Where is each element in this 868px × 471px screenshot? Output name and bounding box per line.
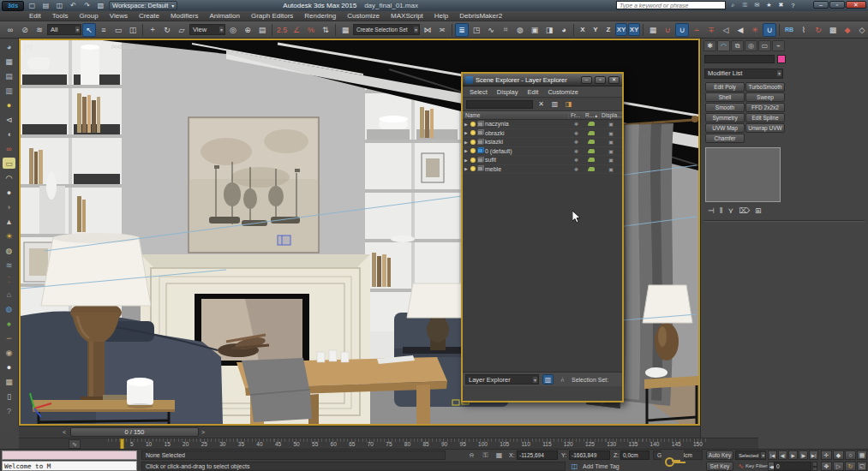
expand-icon[interactable]: ▶ <box>464 140 469 145</box>
wireframe-color-swatch[interactable] <box>777 55 786 63</box>
visibility-bulb-icon[interactable] <box>470 166 476 171</box>
frame-spinner[interactable] <box>812 462 817 471</box>
save-file-icon[interactable]: ◫ <box>54 1 65 10</box>
favorites-icon[interactable]: ★ <box>764 1 774 9</box>
render-setup-icon[interactable]: ▣ <box>528 23 542 37</box>
window-crossing-icon[interactable]: ◫ <box>126 23 140 37</box>
play-icon[interactable]: ▶ <box>788 450 798 460</box>
menu-item[interactable]: Rendering <box>304 12 336 20</box>
pan-hand-icon[interactable]: ✥ <box>821 462 832 471</box>
visibility-bulb-icon[interactable] <box>470 140 476 145</box>
expand-icon[interactable]: ▶ <box>464 166 469 171</box>
show-end-result-icon[interactable]: ‖ <box>720 206 723 215</box>
curve-editor-icon[interactable]: ∿ <box>484 23 498 37</box>
ragdoll-icon[interactable]: ⌇ <box>797 23 811 37</box>
axis-y-button[interactable]: Y <box>590 23 602 36</box>
frozen-snap-icon[interactable]: ✳ <box>748 23 762 37</box>
display-icon[interactable]: ▣ <box>600 166 622 172</box>
schematic-view-icon[interactable]: ⌗ <box>499 23 512 37</box>
selection-filter-dropdown[interactable]: All▾ <box>47 24 81 35</box>
box-primitive-icon[interactable]: ▭ <box>3 158 15 169</box>
hierarchy-view-icon[interactable]: ⑃ <box>557 374 568 385</box>
tab-hierarchy[interactable]: ⧉ <box>731 40 744 51</box>
search-input[interactable] <box>616 1 726 9</box>
modifier-button[interactable]: Unwrap UVW <box>745 123 785 133</box>
mini-curve-editor-icon[interactable]: ∿ <box>69 439 81 449</box>
keyboard-override-icon[interactable]: ▤ <box>255 23 269 37</box>
vertex-snap-icon[interactable]: ∪ <box>675 23 689 37</box>
prev-frame-button[interactable]: < <box>60 427 69 437</box>
pin-stack-icon[interactable]: ⊣ <box>708 206 715 215</box>
material-editor-icon[interactable]: ◍ <box>513 23 527 37</box>
column-display[interactable]: Displa... <box>600 112 622 118</box>
layer-row[interactable]: ▶sufit✱▣ <box>463 156 622 165</box>
named-selection-dropdown[interactable]: Create Selection Set▾ <box>353 24 420 35</box>
bowl[interactable] <box>379 116 408 129</box>
y-coordinate-field[interactable]: -1663,849 <box>569 450 610 460</box>
new-file-icon[interactable]: ▢ <box>27 1 38 10</box>
dialog-close-button[interactable]: ✕ <box>608 76 620 84</box>
axis-xy-snap-button[interactable]: XY <box>628 23 640 36</box>
layer-row[interactable]: ▶naczynia✱▣ <box>463 120 622 129</box>
tab-utilities[interactable]: ⌁ <box>772 40 785 51</box>
go-to-end-icon[interactable]: ▶| <box>809 450 818 460</box>
snap-toggle-icon[interactable]: 2.5 <box>275 23 289 37</box>
layer-row[interactable]: ▶ksiazki✱▣ <box>463 138 622 147</box>
next-frame-icon[interactable]: |▶ <box>799 450 808 460</box>
next-frame-button[interactable]: > <box>199 427 207 437</box>
layer-list-icon[interactable]: ▥ <box>3 85 15 96</box>
menu-item[interactable]: Views <box>110 12 128 20</box>
axis-xy-button[interactable]: XY <box>615 23 627 36</box>
globe-icon[interactable]: ◍ <box>3 303 15 314</box>
axis-z-button[interactable]: Z <box>602 23 614 36</box>
selection-lock-icon[interactable]: ⚿ <box>480 450 491 460</box>
communication-icon[interactable]: ✉ <box>752 1 762 9</box>
remove-modifier-icon[interactable]: ⌦ <box>739 206 750 215</box>
render-setup-small-icon[interactable]: ▦ <box>3 56 15 67</box>
dialog-menu-item[interactable]: Display <box>497 88 518 96</box>
sun-icon[interactable]: ☀ <box>3 230 15 241</box>
bind-spacewarp-icon[interactable]: ≋ <box>33 23 46 37</box>
minimize-button[interactable]: – <box>813 1 829 9</box>
project-folder-icon[interactable]: ▧ <box>95 1 106 10</box>
z-coordinate-field[interactable]: 0,0cm <box>620 450 650 460</box>
menu-item[interactable]: Group <box>79 12 98 20</box>
explorer-mode-dropdown[interactable]: Layer Explorer ▾ <box>465 374 539 385</box>
dialog-minimize-button[interactable]: – <box>581 76 592 84</box>
column-frozen[interactable]: Fr... <box>569 112 584 118</box>
menu-item[interactable]: Help <box>434 12 448 20</box>
controller-icon[interactable]: ⌂ <box>3 289 15 300</box>
maximize-viewport-icon[interactable]: ◱ <box>857 462 867 471</box>
moon-sphere-icon[interactable]: ◍ <box>3 245 15 256</box>
about-icon[interactable]: ? <box>3 405 15 416</box>
modifier-button[interactable]: Chamfer <box>705 134 745 143</box>
layer-view-icon[interactable]: ▥ <box>542 374 554 385</box>
add-time-tag-label[interactable]: Add Time Tag <box>583 463 620 469</box>
go-to-start-icon[interactable]: |◀ <box>768 450 777 460</box>
spinner-snap-icon[interactable]: ⇅ <box>319 23 332 37</box>
bird-icon[interactable]: ∽ <box>3 332 15 343</box>
expand-icon[interactable]: ▶ <box>464 148 469 153</box>
configure-modifier-sets-icon[interactable]: ⊞ <box>755 206 762 215</box>
scene-explorer-dialog[interactable]: Scene Explorer - Layer Explorer – ▫ ✕ Se… <box>461 72 624 402</box>
display-icon[interactable]: ▣ <box>600 130 622 136</box>
renderable-icon[interactable] <box>584 157 600 163</box>
calculator-icon[interactable]: ▦ <box>3 376 15 387</box>
unlink-icon[interactable]: ⊘ <box>18 23 32 37</box>
candles[interactable] <box>317 350 349 362</box>
display-icon[interactable]: ▣ <box>600 121 622 127</box>
pick-options-icon[interactable]: ◨ <box>563 99 574 110</box>
absolute-mode-icon[interactable]: ▦ <box>494 450 505 460</box>
rendered-frame-icon[interactable]: ◨ <box>542 23 556 37</box>
macro-recorder-field[interactable] <box>2 450 137 460</box>
key-indicator[interactable] <box>661 450 684 470</box>
previous-frame-icon[interactable]: ◀| <box>778 450 787 460</box>
expand-icon[interactable]: ▶ <box>464 158 469 163</box>
modifier-button[interactable]: Edit Spline <box>745 113 785 122</box>
scene-explorer-icon[interactable]: ◳ <box>470 23 483 37</box>
pivot-snap-icon[interactable]: ∪ <box>661 23 674 37</box>
tree-icon[interactable]: ♠ <box>3 318 15 329</box>
render-teapot-icon[interactable]: ◆ <box>841 23 854 37</box>
menu-item[interactable]: MAXScript <box>391 12 423 20</box>
subscription-icon[interactable]: ⚿ <box>740 1 750 9</box>
